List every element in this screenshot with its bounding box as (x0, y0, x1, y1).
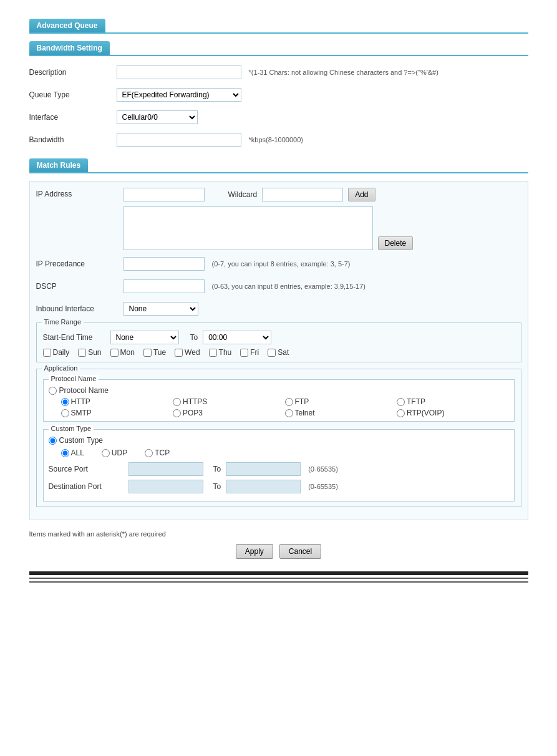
bandwidth-row: Bandwidth *kbps(8-1000000) (29, 131, 528, 148)
telnet-item: Telnet (285, 409, 397, 417)
ip-address-label: IP Address (36, 188, 124, 198)
protocol-name-radio[interactable] (49, 387, 57, 395)
ip-address-controls: Wildcard Add Delete (124, 188, 521, 250)
wildcard-input[interactable] (262, 188, 343, 201)
http-label: HTTP (71, 397, 90, 406)
bottom-bars (29, 571, 528, 583)
destination-port-label: Destination Port (49, 482, 124, 491)
all-radio-item: ALL (61, 448, 84, 457)
ip-precedence-controls: (0-7, you can input 8 entries, example: … (124, 257, 521, 271)
http-radio[interactable] (61, 398, 69, 406)
tcp-radio-item: TCP (145, 448, 170, 457)
interface-row: Interface Cellular0/0 None (29, 109, 528, 126)
https-radio[interactable] (173, 398, 181, 406)
bandwidth-input[interactable] (117, 133, 241, 147)
telnet-radio[interactable] (285, 409, 293, 417)
sat-checkbox[interactable] (268, 349, 276, 357)
application-legend: Application (42, 364, 80, 372)
inbound-interface-row: Inbound Interface None (36, 300, 521, 317)
udp-label: UDP (112, 448, 127, 457)
source-port-to-label: To (213, 465, 221, 473)
dscp-label: DSCP (36, 282, 124, 291)
description-row: Description *(1-31 Chars: not allowing C… (29, 64, 528, 81)
ip-address-input[interactable] (124, 188, 205, 201)
destination-port-to-label: To (213, 482, 221, 491)
rtpvoip-item: RTP(VOIP) (397, 409, 509, 417)
ftp-label: FTP (295, 397, 309, 406)
destination-port-row: Destination Port To (0-65535) (49, 480, 509, 493)
ftp-radio[interactable] (285, 398, 293, 406)
dscp-row: DSCP (0-63, you can input 8 entries, exa… (36, 278, 521, 295)
wed-label: Wed (185, 348, 200, 357)
sun-checkbox[interactable] (78, 349, 86, 357)
wed-checkbox[interactable] (175, 349, 183, 357)
all-label: ALL (71, 448, 84, 457)
to-label: To (190, 333, 198, 342)
pop3-radio[interactable] (173, 409, 181, 417)
interface-select[interactable]: Cellular0/0 None (117, 110, 198, 124)
end-time-select[interactable]: 00:00 (203, 331, 271, 344)
tcp-label: TCP (155, 448, 170, 457)
time-range-inner: Start-End Time None To 00:00 (43, 331, 515, 357)
match-rules-header: Match Rules (29, 158, 89, 172)
inbound-interface-controls: None (124, 302, 521, 316)
custom-type-radio[interactable] (49, 437, 57, 445)
protocol-name-legend: Protocol Name (49, 375, 99, 382)
ip-precedence-hint: (0-7, you can input 8 entries, example: … (212, 260, 351, 268)
destination-port-from-input[interactable] (128, 480, 203, 493)
tue-checkbox[interactable] (143, 349, 152, 357)
bandwidth-hint: *kbps(8-1000000) (249, 136, 303, 143)
https-item: HTTPS (173, 397, 285, 406)
mon-checkbox-item: Mon (110, 348, 135, 357)
tue-checkbox-item: Tue (143, 348, 166, 357)
rtpvoip-radio[interactable] (397, 409, 405, 417)
delete-btn-col: Delete (378, 236, 414, 250)
mon-checkbox[interactable] (110, 349, 119, 357)
pop3-item: POP3 (173, 409, 285, 417)
start-time-select[interactable]: None (110, 331, 179, 344)
fri-label: Fri (250, 348, 259, 357)
protocol-name-radio-label: Protocol Name (59, 386, 109, 395)
custom-type-radio-label: Custom Type (59, 436, 103, 445)
thu-checkbox[interactable] (209, 349, 217, 357)
destination-port-to-input[interactable] (226, 480, 301, 493)
delete-button[interactable]: Delete (378, 236, 414, 250)
bandwidth-section: Bandwidth Setting Description *(1-31 Cha… (29, 41, 528, 148)
time-range-group: Time Range Start-End Time None To 00:00 (36, 322, 521, 362)
source-port-to-input[interactable] (226, 462, 301, 476)
daily-checkbox[interactable] (43, 349, 51, 357)
dscp-input[interactable] (124, 279, 205, 293)
wildcard-label: Wildcard (228, 190, 258, 199)
protocol-name-group: Protocol Name Protocol Name HTTP (43, 379, 515, 422)
fri-checkbox[interactable] (240, 349, 248, 357)
description-input[interactable] (117, 65, 241, 79)
sun-label: Sun (88, 348, 101, 357)
smtp-radio[interactable] (61, 409, 69, 417)
inbound-interface-select[interactable]: None (124, 302, 198, 316)
tcp-radio[interactable] (145, 449, 153, 457)
telnet-label: Telnet (295, 409, 315, 417)
bandwidth-header: Bandwidth Setting (29, 41, 110, 55)
ip-address-textarea[interactable] (124, 206, 373, 250)
udp-radio-item: UDP (102, 448, 127, 457)
http-item: HTTP (61, 397, 173, 406)
ip-address-row: IP Address Wildcard Add Delete (36, 188, 521, 250)
time-range-legend: Time Range (42, 318, 84, 326)
description-hint: *(1-31 Chars: not allowing Chinese chara… (249, 69, 438, 76)
tftp-label: TFTP (407, 397, 425, 406)
tftp-radio[interactable] (397, 398, 405, 406)
inbound-interface-label: Inbound Interface (36, 304, 124, 313)
interface-controls: Cellular0/0 None (117, 110, 528, 124)
application-group: Application Protocol Name Protocol Name … (36, 369, 521, 507)
daily-checkbox-item: Daily (43, 348, 70, 357)
queue-type-controls: EF(Expedited Forwarding) AF BE (117, 88, 528, 102)
udp-radio[interactable] (102, 449, 110, 457)
cancel-button[interactable]: Cancel (279, 544, 321, 559)
apply-button[interactable]: Apply (236, 544, 273, 559)
source-port-from-input[interactable] (128, 462, 203, 476)
add-button[interactable]: Add (348, 188, 375, 201)
queue-type-select[interactable]: EF(Expedited Forwarding) AF BE (117, 88, 241, 102)
ip-precedence-input[interactable] (124, 257, 205, 271)
footer-buttons: Apply Cancel (29, 544, 528, 559)
all-radio[interactable] (61, 449, 69, 457)
